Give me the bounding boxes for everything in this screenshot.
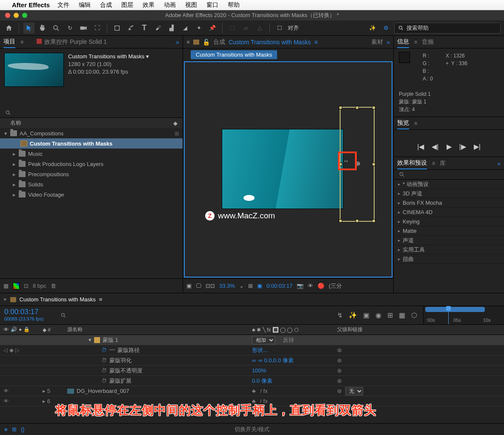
- tree-folder[interactable]: ▸Solids: [0, 179, 183, 189]
- tab-effect-controls[interactable]: 效果控件 Purple Solid 1: [44, 37, 107, 47]
- shy-icon[interactable]: ↯: [337, 311, 343, 319]
- menu-layer[interactable]: 图层: [121, 1, 133, 9]
- zoom-level[interactable]: 33.3%: [219, 283, 235, 289]
- tab-info[interactable]: 信息: [397, 36, 409, 48]
- workspace-icon[interactable]: ⚙: [381, 23, 392, 34]
- stopwatch-icon[interactable]: ⏱: [101, 367, 107, 374]
- next-kf-icon[interactable]: ▷: [15, 347, 20, 353]
- parent-pickwhip-icon[interactable]: ⊚: [337, 388, 342, 394]
- timeline-nav-icon[interactable]: {}: [21, 426, 25, 432]
- panel-menu-icon[interactable]: ≡: [414, 120, 417, 126]
- selection-tool-icon[interactable]: [23, 23, 34, 34]
- work-area[interactable]: [425, 307, 485, 312]
- composition-viewer[interactable]: ⊕ ↔ Z www.MacZ.com: [184, 61, 392, 278]
- property-value[interactable]: 0.0 像素: [252, 377, 272, 385]
- tab-effects[interactable]: 效果和预设: [397, 157, 427, 169]
- preset-category[interactable]: ▸Matte: [394, 226, 504, 236]
- color-depth-swatch[interactable]: [13, 283, 20, 289]
- interpret-footage-icon[interactable]: ▦: [3, 283, 9, 289]
- preset-category[interactable]: ▸* 动画预设: [394, 180, 504, 189]
- tab-library[interactable]: 库: [440, 158, 446, 169]
- menu-help[interactable]: 帮助: [228, 1, 240, 9]
- stopwatch-icon[interactable]: ⏱: [101, 357, 107, 363]
- text-tool-icon[interactable]: T: [139, 23, 150, 34]
- tab-composition[interactable]: Custom Transitions with Masks: [229, 39, 311, 46]
- solo-column-icon[interactable]: ●: [19, 326, 22, 333]
- tree-folder[interactable]: ▸Video Footage: [0, 189, 183, 200]
- timeline-search[interactable]: [56, 306, 331, 324]
- flowchart-icon[interactable]: ⊞: [175, 130, 179, 137]
- mask-color-icon[interactable]: [94, 337, 100, 343]
- label-icon[interactable]: ◆: [173, 120, 178, 126]
- timeline-time[interactable]: 0:00:03:17: [4, 308, 52, 316]
- expr-icon[interactable]: 〰: [109, 347, 115, 353]
- frame-blend-icon[interactable]: ▣: [363, 311, 369, 319]
- close-tab-icon[interactable]: ×: [3, 296, 7, 303]
- flowchart-button[interactable]: ⊡: [24, 283, 29, 289]
- source-name-column[interactable]: 源名称: [64, 326, 249, 333]
- pan-behind-tool-icon[interactable]: ⛶: [92, 23, 103, 34]
- mask-row[interactable]: ▾蒙版 1 相加 反转: [0, 335, 504, 345]
- handle-right-mid[interactable]: [372, 163, 375, 166]
- panel-menu-icon[interactable]: ≡: [432, 160, 435, 166]
- menu-file[interactable]: 文件: [57, 1, 69, 9]
- magnification-icon[interactable]: ▣: [186, 283, 192, 289]
- preset-category[interactable]: ▸实用工具: [394, 245, 504, 255]
- eye-icon[interactable]: 👁: [3, 388, 9, 394]
- panel-menu-icon[interactable]: ≡: [314, 39, 318, 46]
- project-search[interactable]: [0, 108, 183, 118]
- preset-category[interactable]: ▸CINEMA 4D: [394, 208, 504, 217]
- channel-icon[interactable]: 🖵: [196, 283, 201, 289]
- menu-edit[interactable]: 编辑: [79, 1, 91, 9]
- toggle-switches-button[interactable]: 切换开关/模式: [235, 426, 269, 433]
- home-icon[interactable]: [3, 23, 14, 34]
- snap-square-icon[interactable]: ⬚: [227, 23, 238, 34]
- menu-composition[interactable]: 合成: [100, 1, 112, 9]
- parent-pickwhip-icon[interactable]: ⊚: [337, 367, 342, 374]
- tab-composition-prefix[interactable]: 合成: [213, 38, 225, 46]
- panel-expand-icon[interactable]: »: [176, 39, 179, 46]
- layer-row[interactable]: 👁 ▸ 5 DG_Hoverboard_007 ♣ / fx ⊚无: [0, 386, 504, 396]
- tree-folder[interactable]: ▾AA_Compositions⊞: [0, 128, 183, 138]
- property-row[interactable]: ◁◆▷ ⏱〰蒙版路径 形状... ⊚: [0, 345, 504, 355]
- tree-folder[interactable]: ▸Peak Productions Logo Layers: [0, 159, 183, 169]
- panel-expand-icon[interactable]: »: [387, 39, 390, 46]
- stopwatch-icon[interactable]: ⏱: [101, 347, 107, 353]
- wand-icon[interactable]: ✨: [367, 23, 378, 34]
- show-snapshot-icon[interactable]: 👁: [308, 283, 313, 289]
- handle-bottom-left[interactable]: [339, 219, 342, 223]
- property-row[interactable]: ⏱蒙版扩展 0.0 像素 ⊚: [0, 376, 504, 386]
- render-icon[interactable]: ▦: [399, 311, 405, 319]
- preset-category[interactable]: ▸声道: [394, 236, 504, 245]
- hand-tool-icon[interactable]: [37, 23, 48, 34]
- roto-tool-icon[interactable]: ✦: [193, 23, 204, 34]
- link-icon[interactable]: ∞: [252, 357, 256, 363]
- app-name[interactable]: After Effects: [12, 1, 50, 9]
- handle-top-mid[interactable]: [355, 106, 359, 109]
- snapshot-icon[interactable]: 📷: [297, 283, 304, 289]
- close-window-icon[interactable]: [5, 13, 10, 18]
- timeline-tab[interactable]: Custom Transitions with Masks: [20, 296, 96, 303]
- mask-invert[interactable]: 反转: [283, 336, 294, 344]
- panel-expand-icon[interactable]: »: [497, 160, 501, 167]
- resolution-dropdown[interactable]: (三分: [329, 282, 341, 290]
- pen-tool-icon[interactable]: [125, 23, 136, 34]
- clone-tool-icon[interactable]: ▟: [166, 23, 177, 34]
- add-kf-icon[interactable]: ◆: [9, 347, 14, 353]
- maximize-window-icon[interactable]: [22, 13, 27, 18]
- search-help-input[interactable]: 搜索帮助: [394, 23, 501, 34]
- snapping-checkbox[interactable]: ☐: [274, 23, 285, 34]
- shape-tool-icon[interactable]: [112, 23, 123, 34]
- tree-folder[interactable]: ▸Precompositions: [0, 169, 183, 179]
- property-row[interactable]: ⏱蒙版羽化 ∞∞ 0.0,0.0 像素 ⊚: [0, 355, 504, 366]
- motion-blur-icon[interactable]: ◉: [375, 311, 381, 319]
- parent-pickwhip-icon[interactable]: ⊚: [337, 357, 342, 363]
- close-tab-icon[interactable]: ×: [186, 39, 190, 46]
- composition-canvas[interactable]: [222, 129, 343, 209]
- parent-dropdown[interactable]: 无: [345, 387, 363, 395]
- brain-icon[interactable]: ⬡: [411, 311, 417, 319]
- mask-mode-dropdown[interactable]: 相加: [252, 336, 275, 344]
- tab-audio[interactable]: 音频: [422, 37, 434, 48]
- last-frame-icon[interactable]: ▶|: [474, 143, 481, 151]
- brush-tool-icon[interactable]: 🖌: [152, 23, 163, 34]
